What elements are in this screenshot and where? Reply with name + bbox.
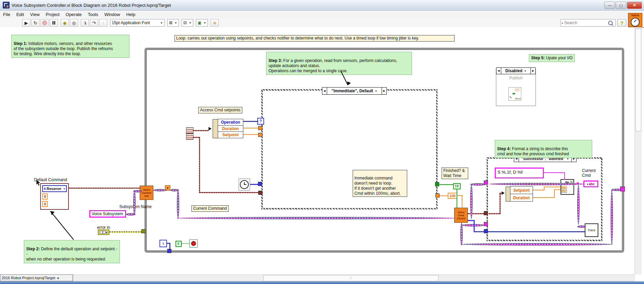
unbundle1-row-operation[interactable]: Operation bbox=[218, 119, 243, 126]
distribute-objects-button[interactable]: ⊟▼ bbox=[182, 19, 193, 27]
horizontal-scrollbar[interactable]: ⁞⁞ bbox=[73, 274, 634, 281]
step-out-button[interactable]: ↑ bbox=[99, 19, 107, 27]
unbundle2-selector-column[interactable] bbox=[506, 187, 510, 202]
search-input[interactable]: ▸ Search bbox=[561, 19, 616, 27]
menu-view[interactable]: View bbox=[27, 11, 43, 18]
tf-constant[interactable]: TF bbox=[453, 183, 461, 189]
minimize-button[interactable]: — bbox=[604, 2, 615, 9]
disable-selector-label[interactable]: Disabled bbox=[505, 68, 522, 73]
case-structure-operation-header[interactable]: ◀ "Immeditate", Default▼ ▶ bbox=[322, 87, 387, 95]
format-into-string-node[interactable]: % DBL DBL .·˙ bbox=[561, 179, 574, 195]
default-command-cluster[interactable]: ⇅ Reserve ▼ 0 0 bbox=[40, 183, 69, 210]
unbundle1-selector-column[interactable] bbox=[213, 119, 218, 138]
wait-time-constant[interactable]: 100 bbox=[448, 193, 457, 199]
menu-project[interactable]: Project bbox=[43, 11, 62, 18]
false-constant[interactable]: F bbox=[175, 241, 182, 247]
error-status-icon bbox=[100, 231, 103, 234]
nt-write-bool-node[interactable]: NT ✎ Bool bbox=[508, 87, 521, 101]
tunnel-orange[interactable] bbox=[258, 133, 262, 137]
scroll-left-icon[interactable]: ◀ bbox=[57, 277, 59, 280]
reorder-button[interactable]: ▣▼ bbox=[196, 19, 208, 27]
context-help-button[interactable]: ? bbox=[617, 19, 626, 27]
tunnel-brown[interactable] bbox=[258, 191, 262, 195]
tunnel-brown[interactable] bbox=[484, 211, 488, 215]
tunnel-green[interactable] bbox=[435, 182, 439, 186]
unbundle2-row-setpoint[interactable]: Setpoint bbox=[510, 186, 533, 194]
case-prev-icon[interactable]: ◀ bbox=[496, 68, 501, 74]
menu-help[interactable]: Help bbox=[123, 11, 138, 18]
subsystem-name-string[interactable]: Voice Subsystem bbox=[89, 210, 126, 218]
menu-operate[interactable]: Operate bbox=[63, 11, 85, 18]
menu-window[interactable]: Window bbox=[101, 11, 123, 18]
run-continuously-button[interactable]: ↻ bbox=[31, 19, 40, 27]
disable-structure-header[interactable]: ◀ Disabled▼ ▶ bbox=[496, 67, 536, 74]
wire-command bbox=[177, 189, 179, 219]
tunnel-blue[interactable] bbox=[484, 229, 488, 233]
case-next-icon[interactable]: ▶ bbox=[531, 68, 535, 74]
retain-wire-values-button[interactable]: ◎ bbox=[70, 19, 78, 27]
menu-file[interactable]: File bbox=[0, 11, 13, 18]
case-selector-terminal[interactable]: ? bbox=[257, 118, 264, 125]
tunnel-magenta[interactable] bbox=[620, 187, 625, 191]
highlight-execution-button[interactable]: ◉ bbox=[61, 19, 69, 27]
unbundle1-node[interactable]: Operation Duration Setpoint bbox=[218, 119, 243, 138]
case-next-icon[interactable]: ▶ bbox=[382, 88, 386, 94]
run-button[interactable]: ▶ bbox=[22, 19, 30, 27]
unbundle2-row-duration[interactable]: Duration bbox=[510, 194, 533, 202]
current-cmd-indicator[interactable]: ▸ abc bbox=[583, 180, 598, 187]
case-prev-icon[interactable]: ◀ bbox=[322, 88, 327, 94]
status-bar-tab[interactable]: 2016 Robot Project.lvproj/Target ◀ bbox=[0, 274, 73, 281]
step-into-button[interactable]: ↴ bbox=[81, 19, 89, 27]
format-string-constant[interactable]: S %.1f, D %f bbox=[495, 168, 544, 178]
chevron-down-icon[interactable]: ▼ bbox=[63, 188, 65, 190]
notifier-node-b[interactable] bbox=[186, 133, 194, 140]
search-scope-icon[interactable]: ▸ bbox=[562, 21, 563, 25]
tunnel-magenta[interactable] bbox=[484, 222, 488, 226]
loop-condition-terminal[interactable] bbox=[189, 239, 198, 248]
notifier-node-a[interactable] bbox=[186, 127, 194, 133]
vertical-scrollbar-thumb[interactable] bbox=[635, 29, 641, 131]
pause-button[interactable] bbox=[50, 19, 58, 27]
unbundle2-node[interactable]: Setpoint Duration bbox=[510, 187, 533, 202]
case-structure-operation[interactable] bbox=[261, 89, 438, 209]
chevron-down-icon[interactable]: ▼ bbox=[375, 90, 377, 92]
voice-control-init-subvi[interactable]: Voice Control Init bbox=[140, 186, 153, 200]
vi-icon[interactable]: Voice bbox=[628, 13, 642, 27]
close-button[interactable]: ✕ bbox=[627, 2, 642, 9]
tunnel-orange[interactable] bbox=[435, 193, 440, 198]
error-in-cluster[interactable]: ▸ bbox=[98, 230, 109, 235]
setpoint-constant[interactable]: 0 bbox=[42, 193, 48, 200]
wire-dbl bbox=[544, 187, 545, 190]
wait-ms-node[interactable] bbox=[239, 178, 250, 191]
wire-error bbox=[109, 231, 142, 233]
align-objects-button[interactable]: ⊞▼ bbox=[167, 19, 179, 27]
horizontal-scrollbar-thumb[interactable]: ⁞⁞ bbox=[263, 275, 439, 281]
trace-subvi[interactable]: Trace bbox=[585, 223, 598, 237]
label-access-cmd-setpoints: Access Cmd setpoints bbox=[198, 107, 242, 113]
abort-button[interactable] bbox=[41, 19, 49, 27]
tunnel-orange[interactable] bbox=[258, 126, 262, 130]
tunnel-iteration[interactable] bbox=[167, 249, 171, 253]
menu-edit[interactable]: Edit bbox=[13, 11, 27, 18]
tunnel-error[interactable] bbox=[141, 229, 145, 233]
cleanup-diagram-button[interactable]: ※ bbox=[211, 19, 219, 27]
tunnel-blue[interactable] bbox=[258, 182, 262, 186]
selector-question-label: ? bbox=[259, 119, 262, 124]
chevron-down-icon[interactable]: ▼ bbox=[524, 70, 526, 72]
step-over-button[interactable]: ↷ bbox=[90, 19, 98, 27]
tunnel-magenta[interactable] bbox=[484, 180, 488, 185]
menu-tools[interactable]: Tools bbox=[85, 11, 101, 18]
iteration-terminal[interactable]: i bbox=[159, 240, 167, 247]
operation-enum[interactable]: ⇅ Reserve ▼ bbox=[42, 185, 67, 192]
enum-value[interactable]: Reserve bbox=[47, 187, 61, 191]
vertical-scrollbar[interactable] bbox=[634, 27, 642, 274]
unbundle1-row-setpoint[interactable]: Setpoint bbox=[218, 131, 243, 138]
font-selector[interactable]: 15pt Application Font ▼ bbox=[110, 19, 165, 27]
wire-string bbox=[133, 190, 136, 215]
duration-constant[interactable]: 0 bbox=[42, 201, 48, 207]
align-objects-icon: ⊞ bbox=[169, 20, 172, 25]
unbundle1-row-duration[interactable]: Duration bbox=[218, 125, 243, 132]
voice-cmd-check-subvi[interactable]: Voice Cmd Check bbox=[454, 208, 468, 223]
maximize-button[interactable]: ▢ bbox=[616, 2, 626, 9]
block-diagram-canvas[interactable]: ◀ "Immeditate", Default▼ ▶ ◀ "Successful… bbox=[0, 27, 634, 274]
